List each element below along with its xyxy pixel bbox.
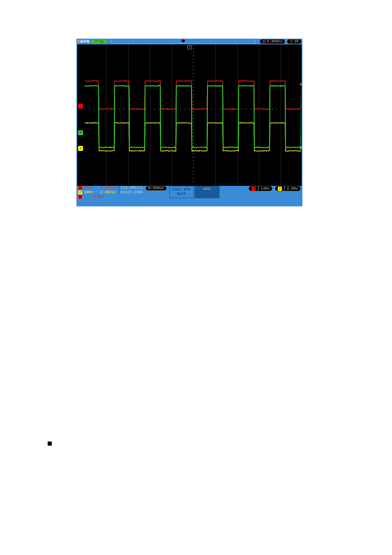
dual-wfm-math-button[interactable]: Dual WfmMath [169, 186, 194, 198]
math-readout: M T:1.000ms [78, 195, 116, 199]
bullet-square-icon [48, 442, 52, 446]
ch2-index: 2 [78, 190, 82, 194]
ch1-position: 1.00div [101, 186, 116, 190]
ch2-trigger-readout: 2 ∫ 2.00v [275, 186, 301, 191]
ch1-readout: 1 100v~ 1.00div [78, 186, 116, 190]
footer-readouts: 1 100v~ 1.00div 2 100v~ -2.00div M T:1.0… [76, 186, 302, 199]
brand-logo: OWON [77, 39, 90, 44]
delay-readout: T 0.000ns [260, 39, 286, 44]
sample-rate: (12.5MS/s) [121, 186, 143, 190]
logo-rest: WON [81, 39, 90, 44]
rising-edge-icon-2: ∫ [283, 186, 286, 191]
waveform-math [85, 86, 301, 148]
clock-readout: 1:26 [287, 39, 302, 44]
ch2-ground-marker: 2 [78, 146, 83, 151]
logo-o: O [77, 39, 81, 44]
top-bar: OWON Trig T 0.000ns 1:26 [76, 39, 302, 44]
trigger-t-icon: T [263, 40, 266, 43]
waveform-display[interactable]: T 1 M 2 [77, 44, 302, 186]
trigger-status-badge: Trig [91, 39, 107, 44]
timebase-bracket [111, 39, 256, 44]
ch1-trig-index: 1 [251, 187, 256, 191]
memory-depth: Depth:100K [121, 190, 143, 194]
ch2-trig-index: 2 [278, 187, 282, 191]
ch1-index: 1 [78, 186, 82, 190]
timebase-readout: M:500us [145, 186, 167, 191]
ch2-trig-level: 2.00v [287, 187, 298, 191]
timebase-value: M:500us [148, 186, 164, 190]
oscilloscope-window: OWON Trig T 0.000ns 1:26 [76, 39, 302, 206]
waveforms-svg [85, 44, 301, 186]
ch1-trigger-readout: 1 ∫ 148v [249, 186, 272, 191]
ch2-readout: 2 100v~ -2.00div [78, 190, 116, 194]
channel-readouts: 1 100v~ 1.00div 2 100v~ -2.00div M T:1.0… [78, 186, 116, 199]
clock-value: 1:26 [290, 39, 299, 44]
ch1-scale: 100v~ [84, 186, 95, 190]
math-index: M [78, 195, 82, 199]
menu-buttons: Dual WfmMath FFT [169, 186, 219, 198]
ch2-position: -2.00div [98, 190, 116, 194]
ch2-scale: 100v~ [84, 190, 95, 194]
acquisition-readouts: (12.5MS/s) Depth:100K [119, 186, 143, 194]
waveform-ch1 [85, 81, 301, 109]
rising-edge-icon: ∫ [257, 186, 259, 191]
math-ground-marker: M [78, 130, 83, 135]
math-scale: T:1.000ms [84, 195, 104, 199]
ch1-ground-marker: 1 [78, 104, 83, 109]
ch1-trig-level: 148v [261, 187, 270, 191]
fft-button[interactable]: FFT [195, 186, 219, 198]
delay-value: 0.000ns [267, 39, 283, 44]
